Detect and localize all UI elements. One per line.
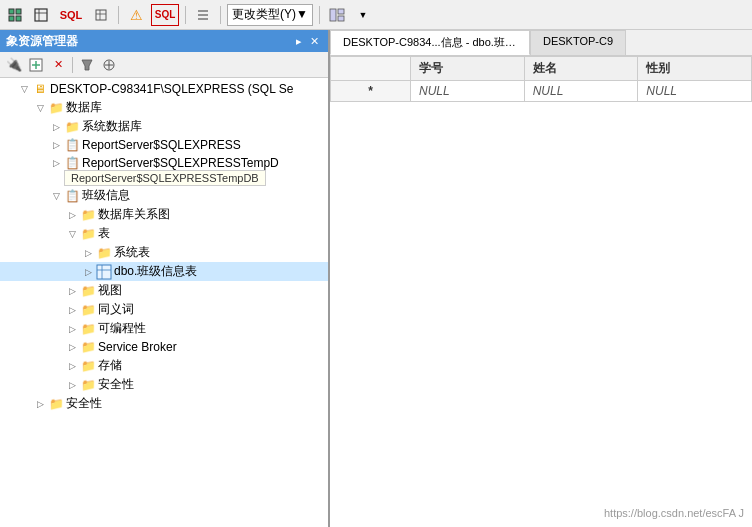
cell-name[interactable]: NULL	[524, 81, 638, 102]
panel-pin-btn[interactable]: ▸	[293, 35, 305, 48]
tree-report1[interactable]: ▷ 📋 ReportServer$SQLEXPRESS	[0, 136, 328, 154]
broker-label: Service Broker	[98, 340, 177, 354]
tree-storage[interactable]: ▷ 📁 存储	[0, 356, 328, 375]
tree-class-info[interactable]: ▽ 📋 班级信息	[0, 186, 328, 205]
options-btn[interactable]	[99, 55, 119, 75]
toolbar-arrow-down-btn[interactable]: ▼	[352, 4, 374, 26]
new-query-btn[interactable]	[26, 55, 46, 75]
tree-programmability[interactable]: ▷ 📁 可编程性	[0, 319, 328, 338]
toolbar-sql-text: SQL	[60, 9, 83, 21]
toolbar-table-icon-btn[interactable]	[30, 4, 52, 26]
toolbar-warning-btn[interactable]: ⚠	[125, 4, 147, 26]
tree-databases[interactable]: ▽ 📁 数据库	[0, 98, 328, 117]
folder-icon: 📁	[80, 302, 96, 318]
cell-student-id[interactable]: NULL	[411, 81, 525, 102]
report2-toggle[interactable]: ▷	[48, 155, 64, 171]
tree-server[interactable]: ▽ 🖥 DESKTOP-C98341F\SQLEXPRESS (SQL Se	[0, 80, 328, 98]
change-type-label: 更改类型(Y)▼	[232, 6, 308, 23]
folder-icon: 📁	[80, 283, 96, 299]
prog-toggle[interactable]: ▷	[64, 321, 80, 337]
tree-synonyms[interactable]: ▷ 📁 同义词	[0, 300, 328, 319]
svg-rect-7	[96, 10, 106, 20]
tree-tables[interactable]: ▽ 📁 表	[0, 224, 328, 243]
tree-dbo-table[interactable]: ▷ dbo.班级信息表	[0, 262, 328, 281]
panel-header-buttons: ▸ ✕	[293, 35, 322, 48]
sys-folder-icon: 📁	[96, 245, 112, 261]
watermark: https://blog.csdn.net/escFA J	[604, 507, 744, 519]
table-content: 学号 姓名 性别 * NULL NULL NULL	[330, 56, 752, 527]
tab-inactive-label: DESKTOP-C9	[543, 35, 613, 47]
sec-inner-toggle[interactable]: ▷	[64, 377, 80, 393]
db-icon: 📋	[64, 137, 80, 153]
col-gender-header[interactable]: 性别	[638, 57, 752, 81]
dbo-table-label: dbo.班级信息表	[114, 263, 197, 280]
col-indicator-header	[331, 57, 411, 81]
tree-views[interactable]: ▷ 📁 视图	[0, 281, 328, 300]
filter-btn[interactable]	[77, 55, 97, 75]
diagram-toggle[interactable]: ▷	[64, 207, 80, 223]
tab-active-label: DESKTOP-C9834...信息 - dbo.班级信息表	[343, 36, 530, 48]
synonyms-label: 同义词	[98, 301, 134, 318]
folder-icon: 📁	[48, 396, 64, 412]
class-toggle[interactable]: ▽	[48, 188, 64, 204]
folder-icon: 📁	[80, 358, 96, 374]
tree-security-inner[interactable]: ▷ 📁 安全性	[0, 375, 328, 394]
tree-security-outer[interactable]: ▷ 📁 安全性	[0, 394, 328, 413]
disconnect-btn[interactable]: ✕	[48, 55, 68, 75]
tree-sys-db[interactable]: ▷ 📁 系统数据库	[0, 117, 328, 136]
object-explorer-panel: 象资源管理器 ▸ ✕ 🔌 ✕ ▽	[0, 30, 330, 527]
sys-tables-toggle[interactable]: ▷	[80, 245, 96, 261]
toolbar-table2-btn[interactable]	[90, 4, 112, 26]
panel-close-btn[interactable]: ✕	[307, 35, 322, 48]
sec-outer-toggle[interactable]: ▷	[32, 396, 48, 412]
col-student-id-header[interactable]: 学号	[411, 57, 525, 81]
sys-db-label: 系统数据库	[82, 118, 142, 135]
svg-rect-14	[338, 9, 344, 14]
folder-icon: 📁	[80, 226, 96, 242]
cell-gender[interactable]: NULL	[638, 81, 752, 102]
sec-inner-label: 安全性	[98, 376, 134, 393]
svg-marker-19	[82, 60, 92, 70]
db-icon: 📋	[64, 188, 80, 204]
toolbar-sep-3	[220, 6, 221, 24]
panel-title: 象资源管理器	[6, 33, 78, 50]
class-label: 班级信息	[82, 187, 130, 204]
views-toggle[interactable]: ▷	[64, 283, 80, 299]
report2-label: ReportServer$SQLEXPRESSTempD	[82, 156, 279, 170]
databases-label: 数据库	[66, 99, 102, 116]
dbo-table-toggle[interactable]: ▷	[80, 264, 96, 280]
change-type-dropdown[interactable]: 更改类型(Y)▼	[227, 4, 313, 26]
db-toggle[interactable]: ▽	[32, 100, 48, 116]
storage-toggle[interactable]: ▷	[64, 358, 80, 374]
tree-db-diagram[interactable]: ▷ 📁 数据库关系图	[0, 205, 328, 224]
tree-sys-tables[interactable]: ▷ 📁 系统表	[0, 243, 328, 262]
toolbar-sep-2	[185, 6, 186, 24]
toolbar-pane-btn[interactable]	[326, 4, 348, 26]
toolbar-grid-btn[interactable]	[4, 4, 26, 26]
right-panel: DESKTOP-C9834...信息 - dbo.班级信息表 DESKTOP-C…	[330, 30, 752, 527]
table-row: * NULL NULL NULL	[331, 81, 752, 102]
server-toggle[interactable]: ▽	[16, 81, 32, 97]
tree-service-broker[interactable]: ▷ 📁 Service Broker	[0, 338, 328, 356]
main-toolbar: SQL ⚠ SQL 更改类型(Y)▼ ▼	[0, 0, 752, 30]
toolbar-list-btn[interactable]	[192, 4, 214, 26]
tab-inactive[interactable]: DESKTOP-C9	[530, 30, 626, 55]
toolbar-sep-1	[118, 6, 119, 24]
tables-toggle[interactable]: ▽	[64, 226, 80, 242]
toolbar-sql2-btn[interactable]: SQL	[151, 4, 179, 26]
toolbar-sql-label-btn[interactable]: SQL	[56, 4, 86, 26]
tab-active[interactable]: DESKTOP-C9834...信息 - dbo.班级信息表	[330, 30, 530, 55]
sys-db-toggle[interactable]: ▷	[48, 119, 64, 135]
broker-toggle[interactable]: ▷	[64, 339, 80, 355]
main-container: 象资源管理器 ▸ ✕ 🔌 ✕ ▽	[0, 30, 752, 527]
tab-bar: DESKTOP-C9834...信息 - dbo.班级信息表 DESKTOP-C…	[330, 30, 752, 56]
col-name-header[interactable]: 姓名	[524, 57, 638, 81]
connect-btn[interactable]: 🔌	[4, 55, 24, 75]
synonyms-toggle[interactable]: ▷	[64, 302, 80, 318]
data-table: 学号 姓名 性别 * NULL NULL NULL	[330, 56, 752, 102]
svg-rect-2	[9, 16, 14, 21]
report1-toggle[interactable]: ▷	[48, 137, 64, 153]
tooltip-report2: ReportServer$SQLEXPRESSTempDB	[64, 170, 266, 186]
svg-rect-15	[338, 16, 344, 21]
svg-rect-0	[9, 9, 14, 14]
